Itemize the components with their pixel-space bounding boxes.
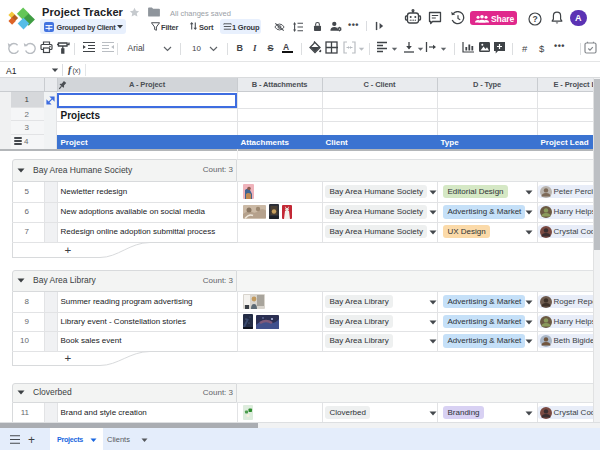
svg-text:?: ?	[532, 14, 537, 24]
